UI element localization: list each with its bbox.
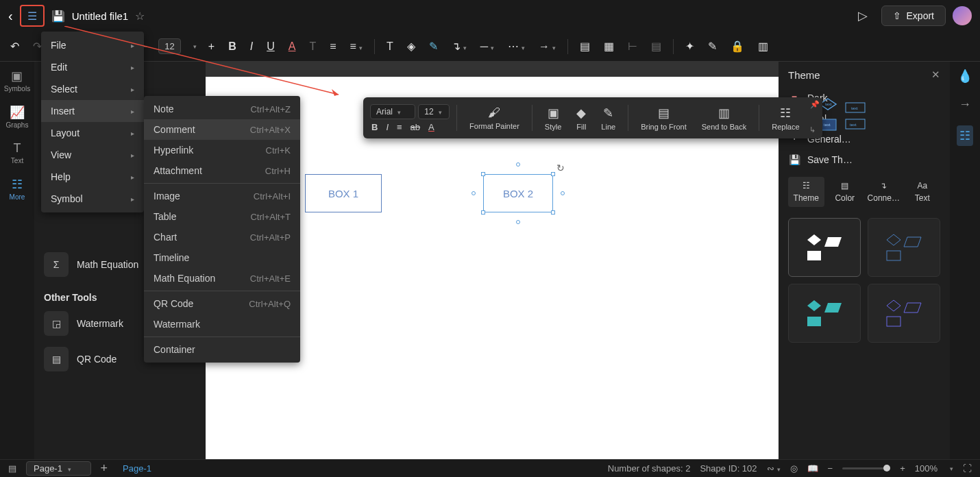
connection-point[interactable] xyxy=(516,162,520,167)
menu-help[interactable]: Help▸ xyxy=(41,166,144,188)
menu-symbol[interactable]: Symbol▸ xyxy=(41,188,144,210)
theme-tool-icon[interactable]: ☷ xyxy=(957,125,973,146)
replace-button[interactable]: ☷Replace xyxy=(766,103,805,134)
tab-connector[interactable]: ↴Conne… xyxy=(866,177,902,207)
font-size-dropdown[interactable]: ▾ xyxy=(193,43,197,50)
menu-layout[interactable]: Layout▸ xyxy=(41,122,144,144)
font-size-input[interactable]: 12 xyxy=(158,38,180,54)
fill-button-ctx[interactable]: ◆Fill xyxy=(571,103,591,134)
pin-icon[interactable]: 📌 xyxy=(810,100,820,109)
bold-button[interactable]: B xyxy=(226,38,238,55)
fullscreen-button[interactable]: ⛶ xyxy=(963,463,972,474)
line-style-button[interactable]: ─▾ xyxy=(478,38,496,55)
font-color-button[interactable]: A xyxy=(286,38,298,55)
align-objects-button[interactable]: ⊢ xyxy=(626,38,639,55)
ctx-font-select[interactable]: Arial ▾ xyxy=(370,104,415,119)
page-select[interactable]: Page-1 ▾ xyxy=(26,461,91,476)
focus-icon[interactable]: ◎ xyxy=(790,463,798,474)
rotate-handle[interactable]: ↻ xyxy=(556,162,565,173)
export-button[interactable]: ⇧ Export xyxy=(881,5,946,26)
fill-tool-icon[interactable]: 💧 xyxy=(957,69,972,84)
menu-insert[interactable]: Insert▸ xyxy=(41,100,144,122)
fill-button[interactable]: ◈ xyxy=(405,38,417,55)
undo-button[interactable]: ↶ xyxy=(8,38,21,55)
insert-hyperlink[interactable]: HyperlinkCtrl+K xyxy=(144,140,300,160)
connection-point[interactable] xyxy=(471,191,476,195)
container-button[interactable]: ▥ xyxy=(756,38,770,55)
save-theme-row[interactable]: 💾Save Th… xyxy=(788,149,940,170)
play-button[interactable]: ▷ xyxy=(851,5,874,26)
save-icon[interactable]: 💾 xyxy=(51,10,65,23)
ungroup-button[interactable]: ▦ xyxy=(602,38,616,55)
connector-button[interactable]: ↴▾ xyxy=(450,38,469,55)
page-tab-1[interactable]: Page-1 xyxy=(117,463,157,474)
dash-style-button[interactable]: ⋯▾ xyxy=(506,38,527,55)
insert-table[interactable]: TableCtrl+Alt+T xyxy=(144,206,300,227)
expand-toolbar-icon[interactable]: ↳ xyxy=(809,125,816,138)
insert-math-equation[interactable]: Math EquationCtrl+Alt+E xyxy=(144,268,300,289)
more-tab[interactable]: ☷More xyxy=(10,177,25,201)
text-tool-button[interactable]: T xyxy=(384,38,395,55)
insert-attachment[interactable]: AttachmentCtrl+H xyxy=(144,160,300,181)
menu-edit[interactable]: Edit▸ xyxy=(41,56,144,78)
ctx-size-select[interactable]: 12 ▾ xyxy=(418,104,450,119)
theme-preset-4[interactable] xyxy=(868,284,940,343)
graphs-tab[interactable]: 📈Graphs xyxy=(6,105,29,129)
ctx-strike-button[interactable]: ab xyxy=(411,122,420,132)
add-page-button[interactable]: + xyxy=(101,461,108,476)
effects-button[interactable]: ✦ xyxy=(683,38,696,55)
edit-button[interactable]: ✎ xyxy=(706,38,719,55)
insert-qr-code[interactable]: QR CodeCtrl+Alt+Q xyxy=(144,293,300,314)
insert-container[interactable]: Container xyxy=(144,339,300,360)
connection-point[interactable] xyxy=(516,220,520,224)
menu-view[interactable]: View▸ xyxy=(41,144,144,166)
insert-comment[interactable]: CommentCtrl+Alt+X xyxy=(144,119,300,140)
tab-theme[interactable]: ☷Theme xyxy=(788,177,824,207)
ctx-align-button[interactable]: ≡ xyxy=(397,122,402,132)
zoom-slider[interactable] xyxy=(842,467,890,469)
insert-watermark[interactable]: Watermark xyxy=(144,314,300,334)
highlight-button[interactable]: ✎ xyxy=(427,38,440,55)
theme-preset-2[interactable] xyxy=(868,218,940,277)
selection-handle[interactable] xyxy=(551,210,555,215)
zoom-out-button[interactable]: − xyxy=(828,463,833,474)
font-size-increase[interactable]: + xyxy=(206,38,217,55)
symbols-tab[interactable]: ▣Symbols xyxy=(4,69,30,93)
insert-note[interactable]: NoteCtrl+Alt+Z xyxy=(144,99,300,119)
close-panel-button[interactable]: ✕ xyxy=(931,69,940,81)
connection-point[interactable] xyxy=(561,191,565,195)
align-button[interactable]: ≡ xyxy=(328,38,338,55)
favorite-star-icon[interactable]: ☆ xyxy=(135,10,145,23)
menu-file[interactable]: File▸ xyxy=(41,34,144,56)
italic-button[interactable]: I xyxy=(248,38,255,55)
layers-icon[interactable]: ∾▾ xyxy=(767,463,781,474)
insert-chart[interactable]: ChartCtrl+Alt+P xyxy=(144,227,300,247)
text-tab[interactable]: TText xyxy=(11,141,23,164)
line-spacing-button[interactable]: ≡▾ xyxy=(348,38,365,55)
selection-handle[interactable] xyxy=(481,172,485,176)
ctx-italic-button[interactable]: I xyxy=(386,122,389,132)
menu-select[interactable]: Select▸ xyxy=(41,78,144,100)
selection-handle[interactable] xyxy=(481,210,485,215)
underline-button[interactable]: U xyxy=(265,38,277,55)
shape-box-1[interactable]: BOX 1 xyxy=(305,174,382,212)
zoom-value[interactable]: 100% xyxy=(915,463,938,474)
insert-image[interactable]: ImageCtrl+Alt+I xyxy=(144,186,300,206)
group-button[interactable]: ▤ xyxy=(578,38,592,55)
distribute-button[interactable]: ▤ xyxy=(649,38,663,55)
text-format-button[interactable]: T xyxy=(307,38,318,55)
page-layout-icon[interactable]: ▤ xyxy=(8,463,16,474)
ctx-bold-button[interactable]: B xyxy=(371,122,378,132)
bring-front-button[interactable]: ▤Bring to Front xyxy=(635,103,692,134)
theme-preset-3[interactable] xyxy=(788,284,861,343)
tab-text[interactable]: AaText xyxy=(905,177,941,207)
pages-view-icon[interactable]: 📖 xyxy=(807,463,818,474)
main-menu-button[interactable]: ☰ xyxy=(20,5,45,27)
style-button[interactable]: ▣Style xyxy=(539,103,567,134)
user-avatar[interactable] xyxy=(953,6,972,25)
insert-timeline[interactable]: Timeline xyxy=(144,247,300,268)
selection-handle[interactable] xyxy=(551,172,555,176)
send-back-button[interactable]: ▥Send to Back xyxy=(696,103,752,134)
zoom-in-button[interactable]: + xyxy=(900,463,905,474)
lock-button[interactable]: 🔒 xyxy=(728,38,746,55)
